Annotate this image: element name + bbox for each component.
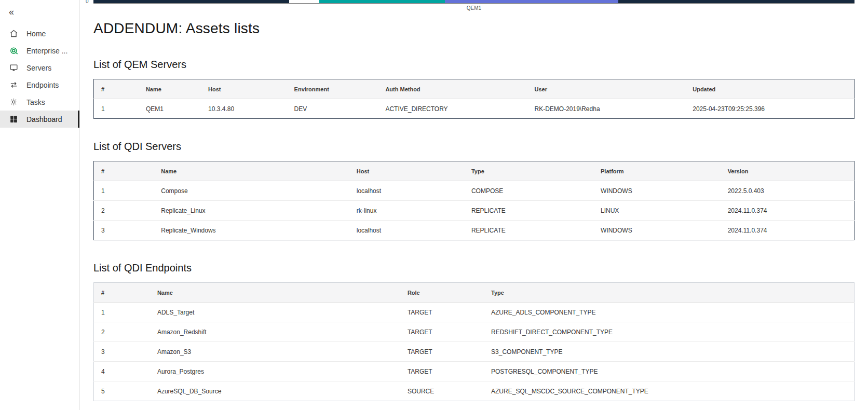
bar-category-label: QEM1 — [93, 5, 855, 11]
table-cell: localhost — [349, 181, 464, 201]
sidebar-collapse-button[interactable]: « — [0, 6, 79, 25]
table-cell: Replicate_Windows — [154, 221, 349, 240]
table-row: 3Amazon_S3TARGETS3_COMPONENT_TYPE — [94, 342, 855, 362]
table-row: 2Amazon_RedshiftTARGETREDSHIFT_DIRECT_CO… — [94, 322, 855, 342]
app-window: « HomeEnterprise ...ServersEndpointsTask… — [0, 0, 868, 410]
chart-strip: 0 QEM1 — [93, 0, 855, 11]
column-header-host: Host — [349, 161, 464, 181]
table-cell: ACTIVE_DIRECTORY — [378, 99, 527, 119]
endpoints-icon — [9, 80, 19, 89]
bar-segment-5 — [618, 0, 854, 4]
sections-container: List of QEM Servers#NameHostEnvironmentA… — [93, 59, 855, 401]
column-header-name: Name — [139, 79, 201, 99]
section-title-qdi-endpoints: List of QDI Endpoints — [93, 262, 855, 274]
table-header-row: #NameHostEnvironmentAuth MethodUserUpdat… — [94, 79, 855, 99]
bar-segment-4 — [445, 0, 618, 4]
column-header-index: # — [94, 283, 150, 303]
table-cell: REDSHIFT_DIRECT_COMPONENT_TYPE — [484, 322, 854, 342]
table-cell: 2024.11.0.374 — [721, 201, 855, 221]
sidebar-item-label: Dashboard — [26, 115, 62, 124]
table-cell: S3_COMPONENT_TYPE — [484, 342, 854, 362]
table-cell: WINDOWS — [593, 221, 721, 240]
table-cell: Amazon_S3 — [150, 342, 400, 362]
table-cell: 1 — [94, 181, 154, 201]
table-row: 5AzureSQL_DB_SourceSOURCEAZURE_SQL_MSCDC… — [94, 381, 855, 401]
home-icon — [9, 29, 19, 38]
table-cell: 2022.5.0.403 — [721, 181, 855, 201]
sidebar-item-enterprise[interactable]: Enterprise ... — [0, 42, 79, 59]
table-cell: Compose — [154, 181, 349, 201]
sidebar-item-label: Servers — [26, 64, 51, 72]
sidebar-nav: HomeEnterprise ...ServersEndpointsTasksD… — [0, 25, 79, 128]
sidebar-item-dashboard[interactable]: Dashboard — [0, 111, 79, 128]
column-header-index: # — [94, 79, 139, 99]
table-cell: ADLS_Target — [150, 303, 400, 322]
page-title: ADDENDUM: Assets lists — [93, 20, 855, 37]
bar-segment-1 — [93, 0, 289, 4]
sidebar-item-label: Home — [26, 30, 46, 38]
table-cell: 2 — [94, 322, 150, 342]
column-header-host: Host — [201, 79, 287, 99]
column-header-version: Version — [721, 161, 855, 181]
table-cell: Replicate_Linux — [154, 201, 349, 221]
sidebar: « HomeEnterprise ...ServersEndpointsTask… — [0, 0, 80, 410]
section-title-qem-servers: List of QEM Servers — [93, 59, 855, 71]
table-cell: localhost — [349, 221, 464, 240]
table-cell: Aurora_Postgres — [150, 362, 400, 381]
table-row: 2Replicate_Linuxrk-linuxREPLICATELINUX20… — [94, 201, 855, 221]
table-cell: rk-linux — [349, 201, 464, 221]
section-title-qdi-servers: List of QDI Servers — [93, 141, 855, 153]
sidebar-item-label: Enterprise ... — [26, 47, 67, 55]
table-cell: 1 — [94, 303, 150, 322]
main-content: 0 QEM1 ADDENDUM: Assets lists List of QE… — [80, 0, 868, 410]
column-header-index: # — [94, 161, 154, 181]
table-row: 1ComposelocalhostCOMPOSEWINDOWS2022.5.0.… — [94, 181, 855, 201]
table-cell: 1 — [94, 99, 139, 119]
sidebar-item-endpoints[interactable]: Endpoints — [0, 76, 79, 93]
table-cell: AZURE_ADLS_COMPONENT_TYPE — [484, 303, 854, 322]
column-header-role: Role — [400, 283, 484, 303]
enterprise-logo-icon — [9, 46, 19, 56]
table-cell: REPLICATE — [464, 221, 593, 240]
table-cell: 2 — [94, 201, 154, 221]
table-cell: REPLICATE — [464, 201, 593, 221]
table-cell: 4 — [94, 362, 150, 381]
sidebar-item-label: Endpoints — [26, 81, 59, 89]
table-cell: POSTGRESQL_COMPONENT_TYPE — [484, 362, 854, 381]
bar-segment-2 — [289, 0, 320, 4]
stacked-bar-row: 0 — [93, 0, 855, 4]
stacked-bar — [93, 0, 855, 4]
table-header-row: #NameRoleType — [94, 283, 855, 303]
table-cell: 3 — [94, 221, 154, 240]
table-cell: RK-DEMO-2019\Redha — [527, 99, 686, 119]
table-cell: 3 — [94, 342, 150, 362]
table-row: 1ADLS_TargetTARGETAZURE_ADLS_COMPONENT_T… — [94, 303, 855, 322]
column-header-environment: Environment — [287, 79, 378, 99]
column-header-name: Name — [150, 283, 400, 303]
dashboard-icon — [9, 115, 19, 124]
table-cell: DEV — [287, 99, 378, 119]
column-header-type: Type — [464, 161, 593, 181]
sidebar-item-servers[interactable]: Servers — [0, 59, 79, 76]
table-cell: TARGET — [400, 342, 484, 362]
table-row: 1QEM110.3.4.80DEVACTIVE_DIRECTORYRK-DEMO… — [94, 99, 855, 119]
bar-segment-3 — [319, 0, 445, 4]
servers-icon — [9, 63, 19, 72]
column-header-platform: Platform — [593, 161, 721, 181]
qem-servers-table: #NameHostEnvironmentAuth MethodUserUpdat… — [93, 79, 855, 119]
table-row: 4Aurora_PostgresTARGETPOSTGRESQL_COMPONE… — [94, 362, 855, 381]
table-cell: COMPOSE — [464, 181, 593, 201]
table-cell: TARGET — [400, 322, 484, 342]
sidebar-item-home[interactable]: Home — [0, 25, 79, 42]
table-cell: QEM1 — [139, 99, 201, 119]
table-cell: TARGET — [400, 303, 484, 322]
sidebar-item-tasks[interactable]: Tasks — [0, 93, 79, 111]
table-cell: TARGET — [400, 362, 484, 381]
column-header-auth-method: Auth Method — [378, 79, 527, 99]
column-header-updated: Updated — [685, 79, 854, 99]
column-header-type: Type — [484, 283, 854, 303]
column-header-user: User — [527, 79, 686, 99]
table-cell: 10.3.4.80 — [201, 99, 287, 119]
table-cell: 5 — [94, 381, 150, 401]
qdi-servers-table: #NameHostTypePlatformVersion1Composeloca… — [93, 161, 855, 240]
